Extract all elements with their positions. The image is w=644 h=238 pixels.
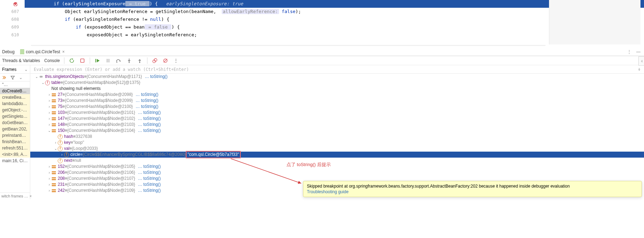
tostring-link[interactable]: … toString(): [138, 176, 161, 182]
tree-row[interactable]: ›103 = {ConcurrentHashMap$Node@2101}… to…: [30, 110, 644, 116]
line-number: 608: [0, 16, 19, 23]
var-value: {ConcurrentHashMap$Node@2108}: [67, 182, 135, 188]
tree-row[interactable]: ›152 = {ConcurrentHashMap$Node@2105}… to…: [30, 164, 644, 170]
close-icon[interactable]: ×: [62, 49, 65, 54]
frame-item[interactable]: getBean:202,: [0, 126, 30, 132]
frame-item[interactable]: doCreateBean: [0, 88, 30, 94]
tree-row[interactable]: ⌄∞this.singletonObjects = {ConcurrentHas…: [30, 74, 644, 80]
var-eq: =: [65, 182, 67, 188]
frame-item[interactable]: doGetBean:32: [0, 120, 30, 126]
pause-icon[interactable]: [105, 57, 111, 64]
frame-item[interactable]: preInstantiateS: [0, 132, 30, 139]
var-value: {ConcurrentHashMap$Node@2107}: [67, 176, 135, 182]
tab-label: com.qsl.CircleTest: [26, 49, 60, 54]
variables-tree[interactable]: ⌄∞this.singletonObjects = {ConcurrentHas…: [30, 74, 644, 199]
expand-arrow-icon[interactable]: ›: [47, 176, 51, 182]
resume-icon[interactable]: [94, 57, 101, 64]
var-value: {Loop@2033}: [72, 146, 98, 152]
frame-item[interactable]: getSingleton:2: [0, 113, 30, 120]
step-into-icon[interactable]: [126, 57, 132, 64]
expand-arrow-icon[interactable]: ›: [53, 140, 58, 146]
expand-arrow-icon[interactable]: ›: [47, 170, 51, 176]
tab-console[interactable]: Console: [44, 58, 60, 63]
add-watch-icon[interactable]: ⨣: [638, 67, 640, 72]
prev-frame-icon[interactable]: [2, 75, 6, 80]
rerun-icon[interactable]: [69, 57, 75, 64]
tostring-link[interactable]: … toString(): [138, 110, 161, 116]
tab-threads-variables[interactable]: Threads & Variables: [2, 58, 40, 63]
tostring-link[interactable]: … toString(): [135, 98, 158, 104]
frame-item[interactable]: finishBeanFact: [0, 139, 30, 145]
tab-run-config[interactable]: com.qsl.CircleTest ×: [19, 49, 65, 55]
tree-row[interactable]: ›fkey = "loop": [30, 140, 644, 146]
tostring-link[interactable]: … toString(): [138, 128, 161, 134]
tostring-link[interactable]: … toString(): [138, 182, 161, 188]
var-value: {ConcurrentHashMap$Node@2105}: [67, 164, 135, 170]
mute-breakpoints-icon[interactable]: [162, 57, 169, 64]
filter-icon[interactable]: [11, 75, 15, 80]
tostring-link[interactable]: … toString(): [138, 122, 161, 128]
frame-item[interactable]: <init>:89, Ann: [0, 151, 30, 158]
tree-row[interactable]: fnext = null: [30, 158, 644, 164]
expand-arrow-icon[interactable]: ›: [47, 92, 51, 98]
frames-list[interactable]: "…doCreateBeancreateBean:51lambda$doGetg…: [0, 81, 30, 193]
frame-item[interactable]: createBean:51: [0, 94, 30, 100]
expand-arrow-icon[interactable]: ⌄: [53, 146, 58, 152]
tab-debug[interactable]: Debug: [2, 49, 14, 54]
expand-arrow-icon[interactable]: ›: [47, 110, 51, 116]
tostring-link[interactable]: … toString(): [138, 164, 161, 170]
breakpoint-icon[interactable]: [13, 1, 19, 7]
step-over-icon[interactable]: [115, 57, 122, 64]
expand-arrow-icon[interactable]: ›: [47, 104, 51, 110]
view-breakpoints-icon[interactable]: [152, 57, 158, 64]
minimize-icon[interactable]: —: [636, 49, 640, 54]
field-icon: f: [58, 140, 63, 145]
tree-row[interactable]: ›148 = {ConcurrentHashMap$Node@2103}… to…: [30, 122, 644, 128]
frame-item[interactable]: main:16, Circle: [0, 158, 30, 164]
layout-settings-icon[interactable]: ⫞: [638, 56, 644, 66]
tree-row[interactable]: ›75 = {ConcurrentHashMap$Node@2100}… toS…: [30, 104, 644, 110]
expand-arrow-icon[interactable]: ›: [47, 122, 51, 128]
stop-icon[interactable]: [79, 57, 86, 64]
tree-row[interactable]: ⌄150 = {ConcurrentHashMap$Node@2104}… to…: [30, 128, 644, 134]
more-actions-icon[interactable]: ⋮: [173, 57, 179, 64]
frame-item[interactable]: refresh:551, A: [0, 145, 30, 151]
frames-dropdown-icon[interactable]: ⌄: [24, 67, 28, 72]
minimap[interactable]: [549, 0, 640, 44]
expand-arrow-icon[interactable]: ›: [47, 98, 51, 104]
tostring-link[interactable]: … toString(): [135, 92, 158, 98]
troubleshooting-link[interactable]: Troubleshooting guide: [307, 189, 348, 194]
tree-row[interactable]: ›206 = {ConcurrentHashMap$Node@2106}… to…: [30, 170, 644, 176]
chevron-down-icon[interactable]: ⌄: [19, 75, 23, 80]
tree-row[interactable]: ›fcircle = {Circle$$EnhancerBySpringCGLI…: [30, 152, 644, 158]
code-editor[interactable]: 607 608 609 610 if (earlySingletonExposu…: [0, 0, 644, 48]
tree-row[interactable]: ›147 = {ConcurrentHashMap$Node@2102}… to…: [30, 116, 644, 122]
tostring-link[interactable]: … toString(): [138, 116, 161, 122]
array-icon: [51, 129, 56, 133]
tostring-link[interactable]: … toString(): [138, 188, 161, 194]
frame-item[interactable]: "…: [0, 81, 30, 88]
expand-arrow-icon[interactable]: ›: [47, 188, 51, 194]
tree-row[interactable]: ›73 = {ConcurrentHashMap$Node@2099}… toS…: [30, 98, 644, 104]
expand-arrow-icon[interactable]: ⌄: [47, 128, 51, 134]
tostring-link[interactable]: … toString(): [145, 74, 168, 80]
expand-arrow-icon[interactable]: ⌄: [34, 74, 39, 80]
tree-row[interactable]: ›27 = {ConcurrentHashMap$Node@2098}… toS…: [30, 92, 644, 98]
step-out-icon[interactable]: [137, 57, 143, 64]
expand-arrow-icon[interactable]: ⌄: [41, 80, 45, 86]
expand-arrow-icon[interactable]: ›: [47, 116, 51, 122]
tree-row[interactable]: Not showing null elements: [30, 86, 644, 92]
frame-item[interactable]: getObject:-1, B: [0, 107, 30, 113]
evaluate-expression-input[interactable]: Evaluate expression (Enter) or add a wat…: [30, 65, 644, 74]
expand-arrow-icon[interactable]: ›: [60, 152, 64, 158]
tree-row[interactable]: fhash = 3327638: [30, 134, 644, 140]
more-icon[interactable]: ⋮: [627, 49, 631, 54]
expand-arrow-icon[interactable]: ›: [47, 182, 51, 188]
tostring-link[interactable]: … toString(): [135, 104, 158, 110]
expand-arrow-icon[interactable]: ›: [47, 164, 51, 170]
tostring-link[interactable]: … toString(): [138, 170, 161, 176]
frame-item[interactable]: lambda$doGet: [0, 100, 30, 107]
tree-row[interactable]: ⌄fval = {Loop@2033}: [30, 146, 644, 152]
var-eq: =: [61, 80, 63, 86]
tree-row[interactable]: ⌄ftable = {ConcurrentHashMap$Node[512]@1…: [30, 80, 644, 86]
